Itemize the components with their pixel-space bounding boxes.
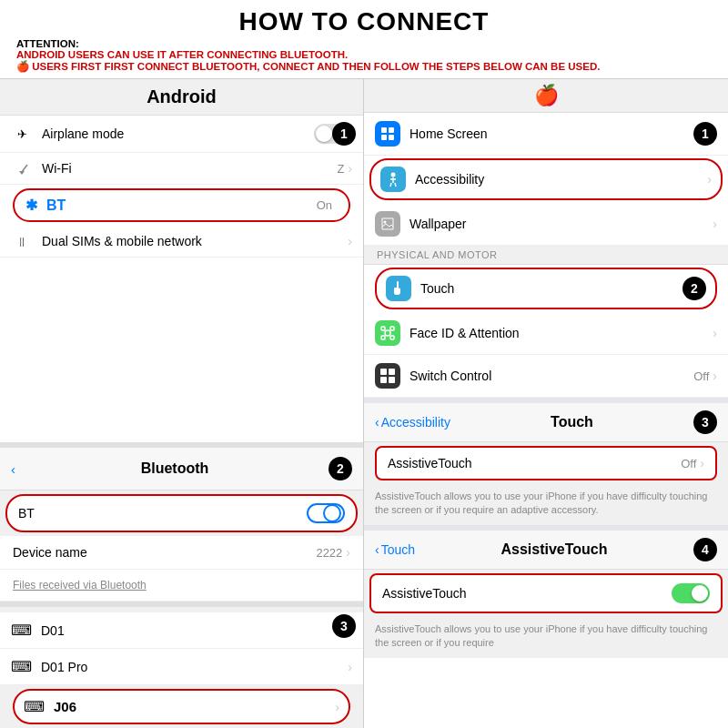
touch-label: Touch — [420, 281, 682, 296]
sims-chevron: › — [348, 234, 352, 248]
dual-sims-row[interactable]: || Dual SIMs & mobile network › — [0, 226, 363, 258]
wifi-row[interactable]: Wi-Fi Z › — [0, 153, 363, 185]
wallpaper-label: Wallpaper — [410, 217, 713, 231]
ios-step3-screen: ‹ Accessibility Touch 3 AssistiveTouch O… — [364, 403, 728, 525]
accessibility-container: Accessibility › — [369, 158, 723, 200]
faceid-icon — [375, 320, 400, 346]
bt-label: BT — [46, 197, 317, 214]
sims-label: Dual SIMs & mobile network — [42, 234, 348, 248]
step4-back-btn[interactable]: ‹ Touch — [375, 542, 415, 557]
ios-column: 🍎 Home Screen 1 — [364, 79, 728, 728]
header: HOW TO CONNECT ATTENTION: ANDROID USERS … — [0, 0, 728, 78]
assistive-label: AssistiveTouch — [388, 456, 681, 470]
touch-icon — [386, 276, 411, 301]
wallpaper-icon — [375, 211, 400, 237]
device-name-row[interactable]: Device name 2222 › — [0, 536, 363, 570]
svg-point-5 — [391, 173, 396, 177]
svg-rect-10 — [390, 336, 394, 339]
d01pro-chevron: › — [348, 660, 352, 674]
step3-title: Touch — [450, 414, 693, 430]
assistive-toggle-label: AssistiveTouch — [382, 586, 672, 601]
svg-point-6 — [384, 221, 387, 224]
device-j06[interactable]: ⌨ J06 › — [13, 689, 350, 724]
accessibility-row[interactable]: Accessibility › — [369, 158, 723, 200]
files-label: Files received via Bluetooth — [13, 579, 147, 592]
assistive-row[interactable]: AssistiveTouch Off › — [375, 446, 717, 480]
device-list-section: 3 ⌨ D01 › ⌨ D01 Pro › ⌨ J06 — [0, 607, 363, 728]
device-name-label: Device name — [13, 545, 316, 560]
bt-toggle-row[interactable]: BT — [5, 494, 358, 532]
step4-back-label: Touch — [381, 542, 415, 557]
android-column: Android ✈ Airplane mode 1 — [0, 79, 364, 728]
j06-container: ⌨ J06 › — [5, 689, 358, 724]
assistive-toggle-switch[interactable] — [672, 583, 710, 603]
svg-rect-1 — [381, 127, 387, 133]
ios-settings-section: Home Screen 1 Accessibility › — [364, 113, 728, 398]
bt-row-container: ✱ BT On — [5, 188, 358, 222]
step3-back-btn[interactable]: ‹ Accessibility — [375, 415, 450, 430]
svg-rect-12 — [380, 369, 387, 375]
assistive-toggle-row[interactable]: AssistiveTouch — [369, 573, 723, 613]
airplane-mode-row[interactable]: ✈ Airplane mode 1 — [0, 116, 363, 153]
d01pro-label: D01 Pro — [41, 660, 87, 674]
page-wrapper: HOW TO CONNECT ATTENTION: ANDROID USERS … — [0, 0, 728, 728]
assistive-right: Off — [681, 457, 696, 470]
attention-line2: ANDROID USERS CAN USE IT AFTER CONNECTIN… — [16, 49, 712, 60]
accessibility-label: Accessibility — [415, 172, 707, 187]
wallpaper-chevron: › — [713, 217, 717, 231]
ios-header: 🍎 — [364, 79, 728, 113]
accessibility-icon — [380, 167, 406, 192]
svg-marker-0 — [19, 171, 25, 175]
device-name-value: 2222 — [316, 546, 342, 560]
android-settings-panel: ✈ Airplane mode 1 Wi-Fi Z › — [0, 116, 363, 442]
switch-control-label: Switch Control — [410, 369, 693, 383]
ios-step1-badge: 1 — [693, 122, 717, 146]
bt-row[interactable]: ✱ BT On — [13, 188, 350, 222]
j06-chevron: › — [335, 700, 339, 714]
switch-control-row[interactable]: Switch Control Off › — [364, 355, 728, 398]
touch-step2-badge: 2 — [682, 277, 706, 300]
wallpaper-row[interactable]: Wallpaper › — [364, 203, 728, 246]
d01pro-icon: ⌨ — [11, 658, 32, 675]
bluetooth-back-arrow[interactable]: ‹ — [11, 461, 15, 477]
svg-rect-15 — [389, 377, 395, 383]
bt-toggle-switch[interactable] — [307, 503, 345, 523]
attention-block: ATTENTION: ANDROID USERS CAN USE IT AFTE… — [9, 36, 719, 75]
wifi-icon — [11, 162, 33, 175]
android-title: Android — [147, 86, 217, 106]
device-d01-pro[interactable]: ⌨ D01 Pro › — [0, 649, 363, 685]
android-header: Android — [0, 79, 363, 116]
step3-header: ‹ Accessibility Touch 3 — [364, 403, 728, 442]
wifi-chevron: › — [348, 161, 352, 176]
step4-title: AssistiveTouch — [415, 541, 693, 558]
step4-header: ‹ Touch AssistiveTouch 4 — [364, 531, 728, 570]
touch-container: Touch 2 — [369, 268, 723, 309]
faceid-row[interactable]: Face ID & Attention › — [364, 312, 728, 355]
step3-badge: 3 — [332, 614, 356, 638]
bluetooth-header: ‹ Bluetooth 2 — [0, 448, 363, 490]
step3-back-label: Accessibility — [381, 415, 450, 430]
svg-rect-3 — [381, 135, 387, 140]
home-screen-row[interactable]: Home Screen 1 — [364, 113, 728, 156]
assistive-toggle-desc: AssistiveTouch allows you to use your iP… — [364, 617, 728, 658]
ios-step4-screen: ‹ Touch AssistiveTouch 4 AssistiveTouch … — [364, 531, 728, 658]
wifi-label: Wi-Fi — [42, 161, 337, 176]
bluetooth-title: Bluetooth — [21, 460, 329, 477]
step2-badge: 2 — [329, 457, 352, 480]
faceid-label: Face ID & Attention — [410, 326, 713, 340]
svg-rect-14 — [380, 377, 387, 383]
assistive-chevron: › — [700, 456, 704, 470]
main-content: Android ✈ Airplane mode 1 — [0, 78, 728, 728]
airplane-label: Airplane mode — [42, 126, 314, 141]
bt-toggle-label: BT — [18, 506, 307, 521]
sims-icon: || — [11, 236, 33, 247]
bt-icon: ✱ — [25, 197, 37, 214]
apple-emoji: 🍎 — [534, 84, 559, 106]
files-row[interactable]: Files received via Bluetooth — [0, 570, 363, 602]
assistive-toggle-container: AssistiveTouch — [369, 573, 723, 613]
bt-on-label: On — [317, 198, 332, 212]
device-d01[interactable]: ⌨ D01 › — [0, 612, 363, 649]
touch-row[interactable]: Touch 2 — [375, 268, 717, 309]
wifi-right: Z — [337, 162, 344, 176]
page-title: HOW TO CONNECT — [9, 7, 719, 36]
